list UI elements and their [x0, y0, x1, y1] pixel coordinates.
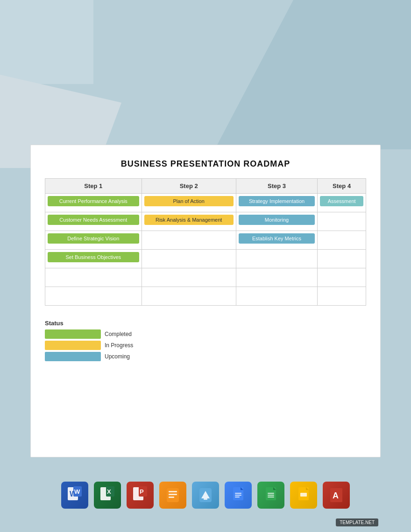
- svg-text:P: P: [140, 488, 144, 495]
- svg-rect-29: [300, 493, 307, 497]
- col-header-step4: Step 4: [318, 179, 366, 194]
- table-row: [45, 287, 366, 306]
- cell-r5-s4: [318, 268, 366, 287]
- google-sheets-icon[interactable]: [257, 482, 284, 509]
- cell-r3-s1: Define Strategic Vision: [45, 231, 142, 250]
- cell-r6-s1: [45, 287, 142, 306]
- svg-text:W: W: [74, 488, 80, 495]
- svg-rect-24: [268, 493, 274, 494]
- svg-rect-21: [235, 497, 240, 497]
- cell-r2-s3: Monitoring: [236, 212, 317, 231]
- badge-current-performance: Current Performance Analysis: [48, 196, 139, 206]
- table-row: Set Business Objectives: [45, 250, 366, 268]
- table-row: [45, 268, 366, 287]
- cell-r5-s2: [142, 268, 236, 287]
- svg-rect-12: [169, 494, 177, 495]
- excel-icon[interactable]: X: [94, 482, 121, 509]
- legend-in-progress: In Progress: [45, 341, 366, 350]
- main-card: BUSINESS PRESENTATION ROADMAP Step 1 Ste…: [30, 145, 381, 457]
- svg-rect-16: [204, 498, 207, 500]
- badge-assessment: Assessment: [320, 196, 363, 206]
- cell-r3-s3: Establish Key Metrics: [236, 231, 317, 250]
- badge-key-metrics: Establish Key Metrics: [239, 233, 315, 244]
- cell-r1-s3: Strategy Implementation: [236, 194, 317, 212]
- svg-text:X: X: [107, 488, 111, 495]
- legend-label-in-progress: In Progress: [105, 342, 133, 349]
- powerpoint-icon[interactable]: P: [127, 482, 154, 509]
- legend-color-completed: [45, 329, 101, 339]
- cell-r1-s2: Plan of Action: [142, 194, 236, 212]
- col-header-step2: Step 2: [142, 179, 236, 194]
- legend-title: Status: [45, 320, 366, 327]
- badge-risk-analysis: Risk Analysis & Management: [144, 215, 234, 225]
- cell-r1-s1: Current Performance Analysis: [45, 194, 142, 212]
- svg-rect-11: [169, 491, 177, 492]
- cell-r1-s4: Assessment: [318, 194, 366, 212]
- legend-completed: Completed: [45, 329, 366, 339]
- svg-rect-19: [235, 493, 241, 494]
- badge-business-objectives: Set Business Objectives: [48, 252, 139, 262]
- watermark: TEMPLATE.NET: [336, 518, 378, 526]
- legend-upcoming: Upcoming: [45, 352, 366, 361]
- cell-r3-s4: [318, 231, 366, 250]
- cell-r6-s3: [236, 287, 317, 306]
- cell-r6-s4: [318, 287, 366, 306]
- pages-icon[interactable]: [159, 482, 186, 509]
- acrobat-icon[interactable]: A: [323, 482, 350, 509]
- cell-r5-s1: [45, 268, 142, 287]
- cell-r4-s1: Set Business Objectives: [45, 250, 142, 268]
- col-header-step3: Step 3: [236, 179, 317, 194]
- table-row: Define Strategic Vision Establish Key Me…: [45, 231, 366, 250]
- app-icons-bar: W W X P: [61, 482, 350, 509]
- legend-color-upcoming: [45, 352, 101, 361]
- table-row: Current Performance Analysis Plan of Act…: [45, 194, 366, 212]
- google-slides-icon[interactable]: [290, 482, 317, 509]
- bg-shape-top-left: [0, 0, 93, 84]
- cell-r2-s4: [318, 212, 366, 231]
- legend-label-completed: Completed: [105, 331, 132, 337]
- cell-r5-s3: [236, 268, 317, 287]
- bg-shape-top-right: [215, 0, 411, 149]
- svg-rect-13: [169, 497, 174, 498]
- cell-r4-s2: [142, 250, 236, 268]
- badge-monitoring: Monitoring: [239, 215, 315, 225]
- card-title: BUSINESS PRESENTATION ROADMAP: [45, 159, 366, 169]
- cell-r2-s1: Customer Needs Assessment: [45, 212, 142, 231]
- google-docs-icon[interactable]: [225, 482, 252, 509]
- badge-plan-of-action: Plan of Action: [144, 196, 234, 206]
- badge-strategy-implementation: Strategy Implementation: [239, 196, 315, 206]
- col-header-step1: Step 1: [45, 179, 142, 194]
- word-icon[interactable]: W W: [61, 482, 88, 509]
- legend-label-upcoming: Upcoming: [105, 353, 130, 360]
- svg-rect-26: [268, 497, 274, 497]
- badge-customer-needs: Customer Needs Assessment: [48, 215, 139, 225]
- legend-section: Status Completed In Progress Upcoming: [45, 320, 366, 361]
- cell-r3-s2: [142, 231, 236, 250]
- table-row: Customer Needs Assessment Risk Analysis …: [45, 212, 366, 231]
- cell-r6-s2: [142, 287, 236, 306]
- roadmap-table: Step 1 Step 2 Step 3 Step 4 Current Perf…: [45, 178, 366, 306]
- svg-rect-25: [268, 495, 274, 496]
- cell-r4-s4: [318, 250, 366, 268]
- legend-color-in-progress: [45, 341, 101, 350]
- svg-rect-20: [235, 495, 241, 496]
- keynote-icon[interactable]: [192, 482, 219, 509]
- badge-define-vision: Define Strategic Vision: [48, 233, 139, 244]
- cell-r4-s3: [236, 250, 317, 268]
- svg-text:A: A: [333, 491, 339, 500]
- cell-r2-s2: Risk Analysis & Management: [142, 212, 236, 231]
